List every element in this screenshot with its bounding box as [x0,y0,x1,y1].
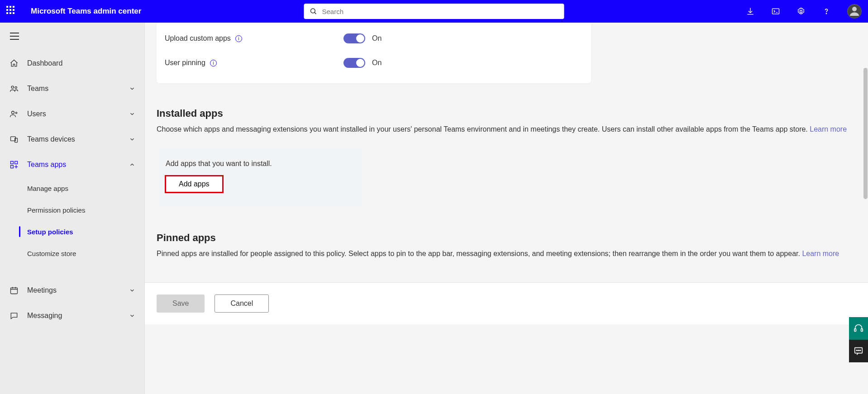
section-description: Pinned apps are installed for people ass… [157,248,856,260]
chevron-up-icon [129,161,135,168]
svg-rect-14 [11,288,18,294]
settings-card: Upload custom apps i On User pinning i [157,23,591,83]
chevron-down-icon [129,287,135,294]
sidebar-item-label: Teams devices [27,135,129,143]
setting-row-user-pinning: User pinning i On [157,51,591,75]
sidebar-sub-label: Customize store [27,250,76,257]
sidebar-item-label: Teams [27,85,129,93]
app-launcher-icon[interactable] [6,6,17,17]
sidebar-item-dashboard[interactable]: Dashboard [0,51,144,76]
search-input[interactable] [322,8,559,15]
toggle-upload-custom-apps[interactable] [343,33,365,43]
save-button[interactable]: Save [157,294,205,313]
chat-icon [9,311,19,320]
people-icon [9,84,19,93]
download-icon[interactable] [746,7,755,16]
search-container[interactable] [304,4,564,19]
svg-point-6 [15,86,17,88]
feedback-chat-icon[interactable] [849,340,868,362]
svg-point-7 [12,111,14,114]
toggle-user-pinning[interactable] [343,58,365,68]
setting-row-upload-custom-apps: Upload custom apps i On [157,26,591,51]
header-actions [746,4,862,19]
sidebar-sub-label: Permission policies [27,206,85,214]
section-description-text: Pinned apps are installed for people ass… [157,250,802,257]
info-icon[interactable]: i [210,60,217,66]
chevron-down-icon [129,136,135,142]
sidebar-sub-label: Manage apps [27,185,68,192]
hamburger-icon [10,33,19,40]
sidebar-item-apps[interactable]: Teams apps [0,152,144,177]
add-apps-button[interactable]: Add apps [166,176,223,192]
svg-rect-12 [15,161,18,164]
sidebar: Dashboard Teams Users Team [0,23,145,394]
svg-point-18 [856,350,857,351]
learn-more-link[interactable]: Learn more [802,250,839,257]
svg-point-20 [860,350,861,351]
gear-icon[interactable] [796,7,806,16]
svg-line-1 [315,13,316,14]
sidebar-item-label: Dashboard [27,59,135,67]
chevron-down-icon [129,111,135,117]
setting-label: Upload custom apps i [165,34,343,43]
sidebar-item-label: Users [27,110,129,118]
svg-point-0 [311,9,315,13]
chevron-down-icon [129,85,135,92]
sidebar-item-label: Messaging [27,312,129,320]
pinned-apps-section: Pinned apps Pinned apps are installed fo… [157,232,856,260]
svg-rect-10 [15,138,18,142]
svg-rect-13 [11,166,14,168]
info-icon[interactable]: i [235,35,242,42]
toggle-state-text: On [372,34,382,43]
sidebar-sub-setup-policies[interactable]: Setup policies [0,221,144,242]
sidebar-item-messaging[interactable]: Messaging [0,303,144,328]
svg-rect-2 [773,9,779,14]
header: Microsoft Teams admin center [0,0,868,23]
sidebar-sub-manage-apps[interactable]: Manage apps [0,177,144,199]
setting-label: User pinning i [165,59,343,67]
calendar-icon [9,286,19,295]
devices-icon [9,135,19,144]
setting-label-text: User pinning [165,59,205,67]
support-headset-icon[interactable] [849,317,868,340]
svg-rect-16 [861,329,863,332]
setting-label-text: Upload custom apps [165,34,231,43]
svg-point-4 [826,13,826,14]
sidebar-item-label: Meetings [27,286,129,294]
sidebar-toggle[interactable] [0,23,144,50]
cancel-button[interactable]: Cancel [215,294,269,313]
chevron-down-icon [129,313,135,319]
help-icon[interactable] [822,7,831,16]
sidebar-sub-customize-store[interactable]: Customize store [0,242,144,264]
section-title: Pinned apps [157,232,856,244]
toggle-state-text: On [372,59,382,67]
install-box-text: Add apps that you want to install. [166,160,356,168]
scrollbar-thumb[interactable] [863,68,868,199]
sidebar-sub-label: Setup policies [27,228,73,236]
svg-point-5 [11,86,14,88]
sidebar-item-users[interactable]: Users [0,101,144,127]
installed-apps-section: Installed apps Choose which apps and mes… [157,108,856,206]
svg-point-19 [858,350,859,351]
sidebar-sub-permission-policies[interactable]: Permission policies [0,199,144,221]
svg-rect-15 [854,329,856,332]
learn-more-link[interactable]: Learn more [810,125,847,133]
section-description: Choose which apps and messaging extensio… [157,124,856,135]
svg-point-3 [800,10,802,13]
svg-point-8 [15,112,17,114]
sidebar-item-meetings[interactable]: Meetings [0,278,144,303]
home-icon [9,59,19,68]
apps-icon [9,160,19,169]
floating-actions [849,317,868,362]
avatar[interactable] [847,4,862,19]
section-title: Installed apps [157,108,856,119]
search-icon [310,7,322,15]
user-icon [9,109,19,119]
main-content: Upload custom apps i On User pinning i [145,23,868,394]
sidebar-item-devices[interactable]: Teams devices [0,127,144,152]
sidebar-item-teams[interactable]: Teams [0,76,144,101]
console-icon[interactable] [771,7,780,16]
brand-title: Microsoft Teams admin center [31,7,141,16]
sidebar-item-label: Teams apps [27,161,129,169]
svg-rect-11 [11,161,14,164]
